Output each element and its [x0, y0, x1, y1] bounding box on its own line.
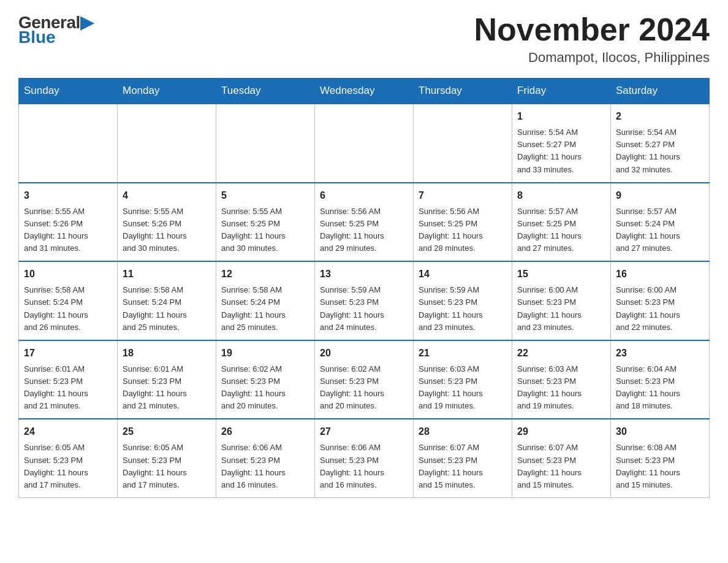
- day-number: 24: [24, 424, 112, 439]
- day-number: 27: [320, 424, 408, 439]
- calendar-day-cell: 29Sunrise: 6:07 AM Sunset: 5:23 PM Dayli…: [512, 419, 611, 497]
- logo-blue-text: Blue: [18, 28, 56, 47]
- calendar-day-cell: 2Sunrise: 5:54 AM Sunset: 5:27 PM Daylig…: [611, 104, 710, 183]
- calendar-day-cell: 4Sunrise: 5:55 AM Sunset: 5:26 PM Daylig…: [118, 183, 216, 262]
- calendar-day-cell: 15Sunrise: 6:00 AM Sunset: 5:23 PM Dayli…: [512, 261, 611, 340]
- day-info: Sunrise: 6:05 AM Sunset: 5:23 PM Dayligh…: [24, 442, 112, 491]
- calendar-week-row: 24Sunrise: 6:05 AM Sunset: 5:23 PM Dayli…: [19, 419, 710, 497]
- calendar-day-cell: 8Sunrise: 5:57 AM Sunset: 5:25 PM Daylig…: [512, 183, 611, 262]
- day-number: 12: [221, 267, 309, 282]
- day-info: Sunrise: 5:54 AM Sunset: 5:27 PM Dayligh…: [517, 126, 605, 176]
- calendar-week-row: 10Sunrise: 5:58 AM Sunset: 5:24 PM Dayli…: [19, 261, 710, 340]
- day-number: 5: [221, 188, 309, 203]
- day-info: Sunrise: 6:01 AM Sunset: 5:23 PM Dayligh…: [123, 363, 211, 413]
- day-number: 7: [419, 188, 507, 203]
- calendar-week-row: 3Sunrise: 5:55 AM Sunset: 5:26 PM Daylig…: [19, 183, 710, 262]
- day-info: Sunrise: 6:04 AM Sunset: 5:23 PM Dayligh…: [616, 363, 704, 413]
- day-info: Sunrise: 5:56 AM Sunset: 5:25 PM Dayligh…: [419, 205, 507, 255]
- day-number: 13: [320, 267, 408, 282]
- calendar-header-wednesday: Wednesday: [315, 79, 414, 104]
- day-info: Sunrise: 5:58 AM Sunset: 5:24 PM Dayligh…: [123, 284, 211, 334]
- day-number: 23: [616, 346, 704, 361]
- day-info: Sunrise: 6:00 AM Sunset: 5:23 PM Dayligh…: [517, 284, 605, 334]
- calendar-day-cell: 25Sunrise: 6:05 AM Sunset: 5:23 PM Dayli…: [118, 419, 216, 497]
- day-number: 15: [517, 267, 605, 282]
- calendar-day-cell: 10Sunrise: 5:58 AM Sunset: 5:24 PM Dayli…: [19, 261, 118, 340]
- calendar-day-cell: 13Sunrise: 5:59 AM Sunset: 5:23 PM Dayli…: [315, 261, 414, 340]
- day-number: 4: [123, 188, 211, 203]
- day-info: Sunrise: 6:05 AM Sunset: 5:23 PM Dayligh…: [123, 442, 211, 491]
- calendar-day-cell: 23Sunrise: 6:04 AM Sunset: 5:23 PM Dayli…: [611, 340, 710, 419]
- day-info: Sunrise: 5:58 AM Sunset: 5:24 PM Dayligh…: [221, 284, 309, 334]
- day-number: 18: [123, 346, 211, 361]
- calendar-day-cell: 16Sunrise: 6:00 AM Sunset: 5:23 PM Dayli…: [611, 261, 710, 340]
- title-area: November 2024 Domampot, Ilocos, Philippi…: [474, 12, 710, 66]
- calendar-day-cell: 11Sunrise: 5:58 AM Sunset: 5:24 PM Dayli…: [118, 261, 216, 340]
- calendar-day-cell: [414, 104, 512, 183]
- calendar-day-cell: 22Sunrise: 6:03 AM Sunset: 5:23 PM Dayli…: [512, 340, 611, 419]
- calendar-day-cell: 17Sunrise: 6:01 AM Sunset: 5:23 PM Dayli…: [19, 340, 118, 419]
- calendar-day-cell: 20Sunrise: 6:02 AM Sunset: 5:23 PM Dayli…: [315, 340, 414, 419]
- day-info: Sunrise: 5:59 AM Sunset: 5:23 PM Dayligh…: [419, 284, 507, 334]
- calendar-day-cell: 21Sunrise: 6:03 AM Sunset: 5:23 PM Dayli…: [414, 340, 512, 419]
- day-number: 19: [221, 346, 309, 361]
- page-header: General▶ Blue November 2024 Domampot, Il…: [18, 12, 710, 66]
- day-info: Sunrise: 6:00 AM Sunset: 5:23 PM Dayligh…: [616, 284, 704, 334]
- calendar-header-friday: Friday: [512, 79, 611, 104]
- calendar-day-cell: 9Sunrise: 5:57 AM Sunset: 5:24 PM Daylig…: [611, 183, 710, 262]
- day-number: 8: [517, 188, 605, 203]
- calendar-day-cell: 12Sunrise: 5:58 AM Sunset: 5:24 PM Dayli…: [216, 261, 315, 340]
- day-info: Sunrise: 6:08 AM Sunset: 5:23 PM Dayligh…: [616, 442, 704, 491]
- calendar-table: SundayMondayTuesdayWednesdayThursdayFrid…: [18, 78, 710, 498]
- day-number: 20: [320, 346, 408, 361]
- calendar-header-thursday: Thursday: [414, 79, 512, 104]
- calendar-day-cell: 5Sunrise: 5:55 AM Sunset: 5:25 PM Daylig…: [216, 183, 315, 262]
- day-number: 2: [616, 109, 704, 124]
- calendar-header-saturday: Saturday: [611, 79, 710, 104]
- day-number: 22: [517, 346, 605, 361]
- calendar-day-cell: 26Sunrise: 6:06 AM Sunset: 5:23 PM Dayli…: [216, 419, 315, 497]
- calendar-day-cell: 30Sunrise: 6:08 AM Sunset: 5:23 PM Dayli…: [611, 419, 710, 497]
- day-info: Sunrise: 6:02 AM Sunset: 5:23 PM Dayligh…: [221, 363, 309, 413]
- calendar-week-row: 1Sunrise: 5:54 AM Sunset: 5:27 PM Daylig…: [19, 104, 710, 183]
- day-number: 29: [517, 424, 605, 439]
- calendar-week-row: 17Sunrise: 6:01 AM Sunset: 5:23 PM Dayli…: [19, 340, 710, 419]
- calendar-header-tuesday: Tuesday: [216, 79, 315, 104]
- calendar-header-row: SundayMondayTuesdayWednesdayThursdayFrid…: [19, 79, 710, 104]
- calendar-day-cell: 27Sunrise: 6:06 AM Sunset: 5:23 PM Dayli…: [315, 419, 414, 497]
- day-info: Sunrise: 5:56 AM Sunset: 5:25 PM Dayligh…: [320, 205, 408, 255]
- day-number: 1: [517, 109, 605, 124]
- day-number: 10: [24, 267, 112, 282]
- day-info: Sunrise: 5:54 AM Sunset: 5:27 PM Dayligh…: [616, 126, 704, 176]
- location-text: Domampot, Ilocos, Philippines: [474, 50, 710, 66]
- calendar-day-cell: [315, 104, 414, 183]
- day-info: Sunrise: 6:07 AM Sunset: 5:23 PM Dayligh…: [419, 442, 507, 491]
- day-info: Sunrise: 5:57 AM Sunset: 5:24 PM Dayligh…: [616, 205, 704, 255]
- calendar-day-cell: 19Sunrise: 6:02 AM Sunset: 5:23 PM Dayli…: [216, 340, 315, 419]
- day-number: 30: [616, 424, 704, 439]
- calendar-header-monday: Monday: [118, 79, 216, 104]
- day-number: 3: [24, 188, 112, 203]
- calendar-day-cell: [216, 104, 315, 183]
- day-number: 6: [320, 188, 408, 203]
- day-number: 26: [221, 424, 309, 439]
- day-info: Sunrise: 5:55 AM Sunset: 5:25 PM Dayligh…: [221, 205, 309, 255]
- logo: General▶ Blue: [18, 12, 93, 47]
- day-number: 11: [123, 267, 211, 282]
- calendar-day-cell: 3Sunrise: 5:55 AM Sunset: 5:26 PM Daylig…: [19, 183, 118, 262]
- day-info: Sunrise: 6:03 AM Sunset: 5:23 PM Dayligh…: [517, 363, 605, 413]
- day-number: 28: [419, 424, 507, 439]
- calendar-header-sunday: Sunday: [19, 79, 118, 104]
- calendar-day-cell: 1Sunrise: 5:54 AM Sunset: 5:27 PM Daylig…: [512, 104, 611, 183]
- day-info: Sunrise: 6:02 AM Sunset: 5:23 PM Dayligh…: [320, 363, 408, 413]
- day-info: Sunrise: 6:06 AM Sunset: 5:23 PM Dayligh…: [221, 442, 309, 491]
- day-number: 17: [24, 346, 112, 361]
- calendar-day-cell: [118, 104, 216, 183]
- calendar-day-cell: 28Sunrise: 6:07 AM Sunset: 5:23 PM Dayli…: [414, 419, 512, 497]
- logo-triangle-shape: ▶: [80, 13, 94, 32]
- day-number: 25: [123, 424, 211, 439]
- calendar-day-cell: 24Sunrise: 6:05 AM Sunset: 5:23 PM Dayli…: [19, 419, 118, 497]
- day-info: Sunrise: 5:58 AM Sunset: 5:24 PM Dayligh…: [24, 284, 112, 334]
- day-info: Sunrise: 5:55 AM Sunset: 5:26 PM Dayligh…: [24, 205, 112, 255]
- day-info: Sunrise: 5:57 AM Sunset: 5:25 PM Dayligh…: [517, 205, 605, 255]
